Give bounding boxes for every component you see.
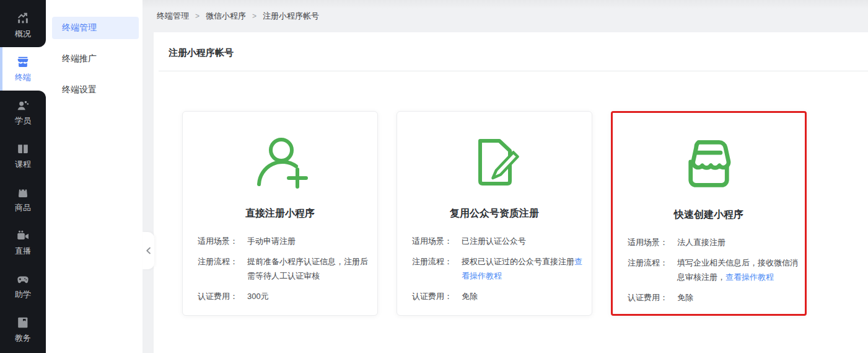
row-label: 认证费用： xyxy=(412,289,462,303)
notebook-icon xyxy=(16,316,30,329)
card-row-process: 注册流程： 提前准备小程序认证信息，注册后需等待人工认证审核 xyxy=(198,254,375,283)
breadcrumb: 终端管理 > 微信小程序 > 注册小程序帐号 xyxy=(142,0,868,32)
card-direct-register[interactable]: 直接注册小程序 适用场景： 手动申请注册 注册流程： 提前准备小程序认证信息，注… xyxy=(182,111,378,316)
row-value: 免除 xyxy=(677,290,803,305)
row-value: 提前准备小程序认证信息，注册后需等待人工认证审核 xyxy=(247,254,375,283)
shop-mini-icon xyxy=(16,55,30,69)
row-value: 已注册认证公众号 xyxy=(462,234,590,248)
menu-item-label: 终端设置 xyxy=(62,84,97,96)
card-details: 适用场景： 已注册认证公众号 注册流程： 授权已认证过的公众号直接注册查看操作教… xyxy=(412,234,590,303)
card-reuse-official-account[interactable]: 复用公众号资质注册 适用场景： 已注册认证公众号 注册流程： 授权已认证过的公众… xyxy=(397,111,592,316)
card-quick-create[interactable]: 快速创建小程序 适用场景： 法人直接注册 注册流程： 填写企业相关信息后，接收微… xyxy=(611,111,807,316)
sidebar-item-academic[interactable]: 教务 xyxy=(0,308,46,351)
sidebar-item-label: 助学 xyxy=(15,289,31,300)
shop-icon xyxy=(613,128,805,201)
row-label: 适用场景： xyxy=(198,234,247,248)
sidebar-item-label: 教务 xyxy=(15,333,31,344)
breadcrumb-item[interactable]: 微信小程序 xyxy=(206,11,246,22)
row-label: 适用场景： xyxy=(628,235,677,249)
register-option-cards: 直接注册小程序 适用场景： 手动申请注册 注册流程： 提前准备小程序认证信息，注… xyxy=(154,71,868,316)
card-title: 复用公众号资质注册 xyxy=(397,207,592,220)
sidebar-item-label: 商品 xyxy=(15,202,31,213)
row-label: 认证费用： xyxy=(198,289,247,303)
row-text: 免除 xyxy=(677,293,693,302)
menu-item-label: 终端管理 xyxy=(62,22,97,34)
card-title: 快速创建小程序 xyxy=(613,208,805,221)
card-row-process: 注册流程： 授权已认证过的公众号直接注册查看操作教程 xyxy=(412,254,590,283)
breadcrumb-item[interactable]: 终端管理 xyxy=(157,11,189,22)
gamepad-icon xyxy=(16,272,30,286)
sidebar-item-assist[interactable]: 助学 xyxy=(0,264,46,308)
row-text: 已注册认证公众号 xyxy=(462,236,526,246)
sidebar-item-label: 学员 xyxy=(15,115,31,127)
sidebar-item-label: 概况 xyxy=(15,29,31,40)
sidebar-item-label: 直播 xyxy=(15,246,31,257)
card-row-fee: 认证费用： 免除 xyxy=(412,289,590,303)
secondary-sidebar: 终端管理 终端推广 终端设置 xyxy=(46,0,142,353)
row-label: 注册流程： xyxy=(412,254,462,283)
sidebar-item-overview[interactable]: 概况 xyxy=(0,4,46,47)
row-text: 手动申请注册 xyxy=(247,236,296,246)
row-label: 注册流程： xyxy=(198,254,247,283)
sidebar-item-label: 课程 xyxy=(15,159,31,170)
overview-chart-icon xyxy=(16,12,30,25)
page-title: 注册小程序帐号 xyxy=(154,32,868,71)
book-icon xyxy=(16,142,30,156)
card-details: 适用场景： 法人直接注册 注册流程： 填写企业相关信息后，接收微信消息审核注册，… xyxy=(628,235,803,305)
video-camera-icon xyxy=(16,229,30,243)
person-plus-icon xyxy=(183,127,377,200)
sidebar-item-terminal[interactable]: 终端 xyxy=(0,47,46,91)
row-text: 免除 xyxy=(462,292,478,301)
students-icon xyxy=(16,99,30,112)
row-text: 提前准备小程序认证信息，注册后需等待人工认证审核 xyxy=(247,257,368,280)
tutorial-link[interactable]: 查看操作教程 xyxy=(726,272,774,282)
row-text: 授权已认证过的公众号直接注册 xyxy=(462,257,574,266)
menu-item-label: 终端推广 xyxy=(62,53,97,65)
card-row-process: 注册流程： 填写企业相关信息后，接收微信消息审核注册，查看操作教程 xyxy=(628,256,803,284)
row-label: 认证费用： xyxy=(628,290,677,305)
app-window: 概况 终端 学员 xyxy=(0,0,868,353)
menu-item-terminal-settings[interactable]: 终端设置 xyxy=(52,79,139,101)
sidebar-item-label: 终端 xyxy=(15,72,31,83)
card-row-scenario: 适用场景： 手动申请注册 xyxy=(198,234,375,248)
row-value: 法人直接注册 xyxy=(677,235,803,249)
breadcrumb-item-current: 注册小程序帐号 xyxy=(263,11,319,22)
row-text: 法人直接注册 xyxy=(677,238,726,247)
primary-sidebar: 概况 终端 学员 xyxy=(0,0,46,353)
menu-item-terminal-manage[interactable]: 终端管理 xyxy=(52,17,139,39)
sidebar-item-courses[interactable]: 课程 xyxy=(0,134,46,177)
row-value: 授权已认证过的公众号直接注册查看操作教程 xyxy=(462,254,590,283)
card-details: 适用场景： 手动申请注册 注册流程： 提前准备小程序认证信息，注册后需等待人工认… xyxy=(198,234,375,303)
sidebar-item-goods[interactable]: 商品 xyxy=(0,177,46,221)
sidebar-collapse-button[interactable] xyxy=(142,232,154,269)
row-label: 适用场景： xyxy=(412,234,462,248)
row-value: 免除 xyxy=(462,289,590,303)
sidebar-item-live[interactable]: 直播 xyxy=(0,221,46,264)
card-title: 直接注册小程序 xyxy=(183,207,377,220)
breadcrumb-separator: > xyxy=(252,12,256,20)
card-row-scenario: 适用场景： 已注册认证公众号 xyxy=(412,234,590,248)
card-row-fee: 认证费用： 300元 xyxy=(198,289,375,303)
menu-item-terminal-promote[interactable]: 终端推广 xyxy=(52,48,139,70)
card-row-scenario: 适用场景： 法人直接注册 xyxy=(628,235,803,249)
row-value: 300元 xyxy=(247,289,375,303)
shopping-bag-icon xyxy=(16,185,30,199)
row-value: 填写企业相关信息后，接收微信消息审核注册，查看操作教程 xyxy=(677,256,803,284)
row-label: 注册流程： xyxy=(628,256,677,284)
card-row-fee: 认证费用： 免除 xyxy=(628,290,803,305)
breadcrumb-separator: > xyxy=(195,12,199,20)
chevron-left-icon xyxy=(146,247,151,254)
main-content: 终端管理 > 微信小程序 > 注册小程序帐号 注册小程序帐号 xyxy=(142,0,868,353)
document-pen-icon xyxy=(397,127,592,200)
sidebar-item-students[interactable]: 学员 xyxy=(0,91,46,134)
content-panel: 注册小程序帐号 直接注册小程序 适用场景： xyxy=(154,32,868,353)
row-text: 300元 xyxy=(247,292,269,301)
row-value: 手动申请注册 xyxy=(247,234,375,248)
